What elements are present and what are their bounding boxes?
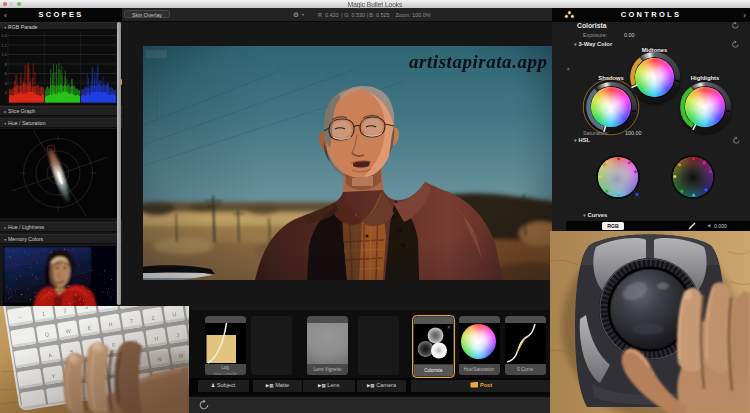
- svg-text:.6: .6: [4, 72, 7, 76]
- svg-text:.4: .4: [4, 82, 7, 86]
- svg-text:1.4: 1.4: [2, 34, 7, 38]
- svg-text:.8: .8: [4, 63, 7, 67]
- svg-text:1.2: 1.2: [2, 44, 7, 48]
- svg-text:.2: .2: [4, 91, 7, 95]
- svg-text:1.0: 1.0: [2, 53, 7, 57]
